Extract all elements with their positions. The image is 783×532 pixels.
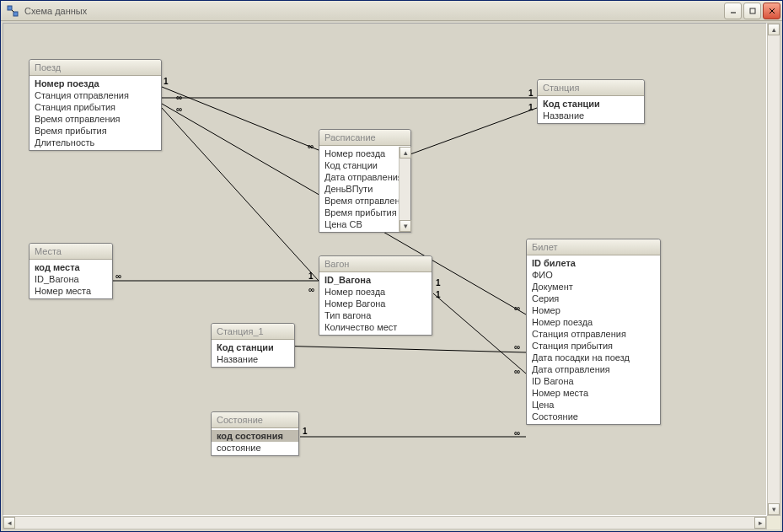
table-fields: Номер поезда Станция отправления Станция… <box>29 76 161 150</box>
field[interactable]: Номер поезда <box>319 286 432 298</box>
svg-rect-0 <box>8 6 12 10</box>
table-title: Места <box>29 244 112 260</box>
scroll-up-icon[interactable]: ▴ <box>400 147 411 159</box>
table-fields: код места ID_Вагона Номер места <box>29 260 112 298</box>
field[interactable]: Номер поезда <box>29 78 161 89</box>
table-title: Станция_1 <box>212 324 294 340</box>
cardinality-one: 1 <box>164 77 169 86</box>
vertical-scrollbar[interactable]: ▴ ▾ <box>767 23 780 516</box>
cardinality-many: ∞ <box>514 428 520 438</box>
table-sostoyanie[interactable]: Состояние код состояния состояние <box>211 411 299 456</box>
table-stanciya1[interactable]: Станция_1 Код станции Название <box>211 323 295 368</box>
field[interactable]: состояние <box>212 442 298 454</box>
table-fields: ID билета ФИО Документ Серия Номер Номер… <box>527 255 660 424</box>
svg-line-10 <box>162 108 319 281</box>
field[interactable]: ФИО <box>527 269 660 281</box>
field[interactable]: Документ <box>527 281 660 293</box>
svg-line-2 <box>12 10 13 12</box>
field[interactable]: Станция прибытия <box>527 340 660 352</box>
cardinality-one: 1 <box>303 427 308 436</box>
field[interactable]: Серия <box>527 293 660 304</box>
window-buttons <box>724 3 780 19</box>
field[interactable]: Название <box>538 110 644 121</box>
cardinality-one: 1 <box>528 89 534 98</box>
field[interactable]: ID_Вагона <box>29 273 112 285</box>
field[interactable]: Номер <box>527 304 660 316</box>
minimize-button[interactable] <box>724 3 742 19</box>
table-fields: Номер поезда Код станции Дата отправлени… <box>319 146 410 232</box>
field[interactable]: Станция отправления <box>527 328 660 340</box>
field[interactable]: Номер поезда <box>319 148 399 159</box>
field[interactable]: Цена СВ <box>319 218 399 230</box>
table-bilet[interactable]: Билет ID билета ФИО Документ Серия Номер… <box>526 239 661 425</box>
cardinality-many: ∞ <box>308 142 314 151</box>
field[interactable]: Длительность <box>29 137 161 148</box>
table-stanciya[interactable]: Станция Код станции Название <box>537 79 645 124</box>
svg-line-7 <box>162 87 319 150</box>
cardinality-many: ∞ <box>514 367 520 376</box>
scroll-right-icon[interactable]: ▸ <box>754 517 766 529</box>
scroll-down-icon[interactable]: ▾ <box>768 503 780 515</box>
table-title: Состояние <box>212 412 298 428</box>
table-poezd[interactable]: Поезд Номер поезда Станция отправления С… <box>29 59 162 151</box>
cardinality-one: 1 <box>528 103 534 112</box>
field[interactable]: ДеньВПути <box>319 183 399 195</box>
field[interactable]: Станция отправления <box>29 89 161 101</box>
cardinality-one: 1 <box>436 278 441 287</box>
cardinality-one: 1 <box>436 290 441 299</box>
field[interactable]: Дата посадки на поезд <box>527 352 660 363</box>
client-area: 1 ∞ ∞ ∞ ∞ 1 1 ∞ 1 ∞ 1 1 1 ∞ ∞ ∞ ∞ 1 Поез… <box>1 21 782 531</box>
svg-rect-1 <box>13 12 18 16</box>
close-button[interactable] <box>763 3 780 19</box>
table-fields: Код станции Название <box>538 96 644 123</box>
field[interactable]: Количество мест <box>319 321 432 333</box>
field[interactable]: Дата отправления <box>319 171 399 183</box>
table-title: Расписание <box>319 130 410 146</box>
field[interactable]: Время отправления <box>29 113 161 125</box>
table-title: Вагон <box>319 256 432 272</box>
cardinality-one: 1 <box>308 271 314 281</box>
table-fields: Код станции Название <box>212 340 294 367</box>
field[interactable]: Код станции <box>538 98 644 110</box>
field[interactable]: Номер места <box>527 387 660 399</box>
table-scrollbar[interactable]: ▴ ▾ <box>399 147 410 232</box>
field[interactable]: Код станции <box>212 341 294 353</box>
table-fields: ID_Вагона Номер поезда Номер Вагона Тип … <box>319 272 432 335</box>
table-vagon[interactable]: Вагон ID_Вагона Номер поезда Номер Вагон… <box>319 255 432 336</box>
app-window: Схема данных <box>0 0 783 532</box>
relationships-icon <box>6 4 19 18</box>
field[interactable]: Код станции <box>319 159 399 171</box>
field[interactable]: Время отправления <box>319 195 399 207</box>
field[interactable]: ID Вагона <box>527 375 660 387</box>
scroll-down-icon[interactable]: ▾ <box>400 220 411 232</box>
cardinality-many: ∞ <box>176 105 182 114</box>
field[interactable]: Дата отправления <box>527 363 660 375</box>
scroll-up-icon[interactable]: ▴ <box>768 24 780 35</box>
field[interactable]: Номер места <box>29 285 112 297</box>
field[interactable]: Название <box>212 353 294 365</box>
svg-line-14 <box>433 293 526 373</box>
table-raspisanie[interactable]: Расписание Номер поезда Код станции Дата… <box>319 129 411 233</box>
field[interactable]: Состояние <box>527 411 660 422</box>
field[interactable]: Номер поезда <box>527 316 660 328</box>
field[interactable]: Время прибытия <box>319 207 399 218</box>
field[interactable]: Станция прибытия <box>29 101 161 113</box>
field[interactable]: Номер Вагона <box>319 298 432 309</box>
horizontal-scrollbar[interactable]: ◂ ▸ <box>3 516 767 529</box>
table-mesta[interactable]: Места код места ID_Вагона Номер места <box>29 243 113 299</box>
field[interactable]: Цена <box>527 399 660 411</box>
field[interactable]: Тип вагона <box>319 309 432 321</box>
scroll-left-icon[interactable]: ◂ <box>3 517 15 529</box>
window-title: Схема данных <box>23 6 724 16</box>
diagram-canvas[interactable]: 1 ∞ ∞ ∞ ∞ 1 1 ∞ 1 ∞ 1 1 1 ∞ ∞ ∞ ∞ 1 Поез… <box>3 23 767 516</box>
field[interactable]: ID билета <box>527 257 660 269</box>
svg-rect-4 <box>750 8 755 13</box>
scrollbar-corner <box>767 516 780 529</box>
field[interactable]: код места <box>29 261 112 273</box>
maximize-button[interactable] <box>743 3 761 19</box>
field[interactable]: Время прибытия <box>29 125 161 137</box>
field[interactable]: код состояния <box>212 430 298 442</box>
table-fields: код состояния состояние <box>212 428 298 455</box>
field[interactable]: ID_Вагона <box>319 274 432 286</box>
table-title: Станция <box>538 80 644 96</box>
